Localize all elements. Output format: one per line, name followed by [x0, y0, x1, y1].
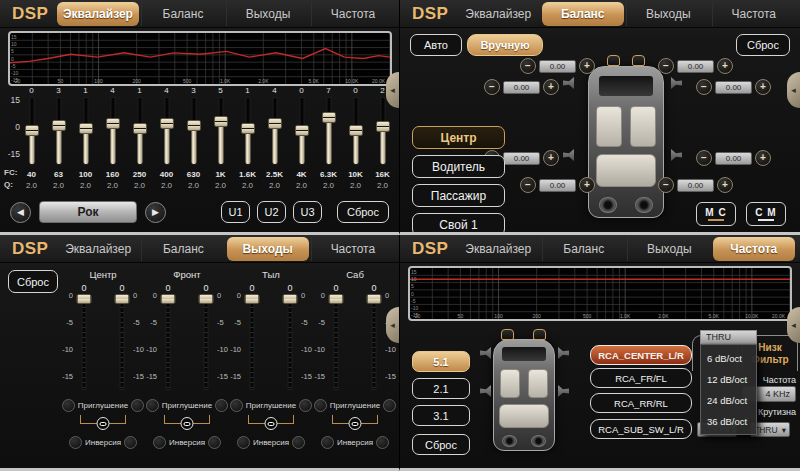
link-icon[interactable] — [181, 417, 194, 430]
invert-checkbox[interactable] — [69, 436, 82, 449]
preset-prev-button[interactable]: ◀ — [10, 202, 31, 223]
tab-equalizer[interactable]: Эквалайзер — [57, 2, 139, 26]
tab-frequency[interactable]: Частота — [713, 237, 796, 261]
mc-order-button[interactable]: M C — [696, 202, 736, 226]
invert-checkbox[interactable] — [292, 436, 305, 449]
slider-knob[interactable] — [106, 118, 120, 129]
rca-output-button[interactable]: RCA_FR/FL — [590, 368, 692, 388]
slider-knob[interactable] — [283, 294, 298, 304]
slider-knob[interactable] — [349, 125, 363, 136]
slider-knob[interactable] — [329, 294, 344, 304]
drawer-handle[interactable]: ◂ — [386, 72, 399, 108]
minus-button[interactable]: − — [658, 58, 674, 74]
slider-knob[interactable] — [77, 294, 92, 304]
channel-mode-3.1[interactable]: 3.1 — [412, 405, 470, 426]
slope-dropdown-selected[interactable]: THRU — [700, 330, 757, 344]
plus-button[interactable]: + — [755, 79, 771, 95]
slider-knob[interactable] — [133, 123, 147, 134]
reset-button[interactable]: Сброс — [412, 434, 470, 455]
output-level-slider[interactable]: 00-5-10-15 — [109, 283, 135, 395]
slope-option[interactable]: 24 dB/oct — [701, 390, 756, 411]
plus-button[interactable]: + — [717, 177, 733, 193]
mute-checkbox[interactable] — [230, 399, 243, 412]
mute-checkbox[interactable] — [62, 399, 75, 412]
plus-button[interactable]: + — [755, 150, 771, 166]
output-level-slider[interactable]: 00-5-10-15 — [71, 283, 97, 395]
reset-button[interactable]: Сброс — [8, 270, 58, 293]
eq-gain-slider[interactable] — [234, 98, 261, 164]
output-level-slider[interactable]: 00-5-10-15 — [193, 283, 219, 395]
link-icon[interactable] — [265, 417, 278, 430]
mute-checkbox[interactable] — [314, 399, 327, 412]
slope-option[interactable]: 36 dB/oct — [701, 411, 756, 432]
cm-order-button[interactable]: C M — [746, 202, 786, 226]
slider-knob[interactable] — [214, 116, 228, 127]
tab-balance[interactable]: Баланс — [542, 2, 625, 26]
plus-button[interactable]: + — [579, 58, 595, 74]
tab-equalizer[interactable]: Эквалайзер — [457, 237, 540, 261]
slider-knob[interactable] — [52, 120, 66, 131]
channel-mode-5.1[interactable]: 5.1 — [412, 351, 470, 372]
drawer-handle[interactable]: ◂ — [787, 307, 800, 343]
invert-checkbox[interactable] — [321, 436, 334, 449]
eq-gain-slider[interactable] — [126, 98, 153, 164]
reset-button[interactable]: Сброс — [736, 34, 790, 56]
minus-button[interactable]: − — [520, 58, 536, 74]
mute-checkbox[interactable] — [215, 399, 228, 412]
rca-output-button[interactable]: RCA_CENTER_L/R — [590, 345, 692, 365]
output-level-slider[interactable]: 00-5-10-15 — [155, 283, 181, 395]
invert-checkbox[interactable] — [376, 436, 389, 449]
slider-knob[interactable] — [161, 294, 176, 304]
tab-balance[interactable]: Баланс — [141, 237, 224, 261]
tab-outputs[interactable]: Выходы — [227, 237, 309, 261]
tab-frequency[interactable]: Частота — [311, 2, 394, 26]
minus-button[interactable]: − — [520, 177, 536, 193]
eq-gain-slider[interactable] — [207, 98, 234, 164]
output-level-slider[interactable]: 00-5-10-15 — [239, 283, 265, 395]
invert-checkbox[interactable] — [124, 436, 137, 449]
slider-knob[interactable] — [245, 294, 260, 304]
eq-gain-slider[interactable] — [315, 98, 342, 164]
tab-frequency[interactable]: Частота — [311, 237, 394, 261]
reset-button[interactable]: Сброс — [337, 201, 389, 223]
channel-mode-2.1[interactable]: 2.1 — [412, 378, 470, 399]
output-level-slider[interactable]: 00-5-10-15 — [323, 283, 349, 395]
tab-outputs[interactable]: Выходы — [226, 2, 309, 26]
plus-button[interactable]: + — [543, 79, 559, 95]
slider-knob[interactable] — [295, 125, 309, 136]
slider-knob[interactable] — [187, 120, 201, 131]
position-button-4[interactable]: Свой 1 — [412, 213, 505, 235]
plus-button[interactable]: + — [543, 150, 559, 166]
invert-checkbox[interactable] — [237, 436, 250, 449]
minus-button[interactable]: − — [696, 150, 712, 166]
slider-knob[interactable] — [367, 294, 382, 304]
tab-outputs[interactable]: Выходы — [626, 2, 710, 26]
memory-button-u1[interactable]: U1 — [221, 201, 250, 223]
drawer-handle[interactable]: ◂ — [787, 72, 800, 108]
minus-button[interactable]: − — [696, 79, 712, 95]
eq-gain-slider[interactable] — [99, 98, 126, 164]
eq-gain-slider[interactable] — [342, 98, 369, 164]
slider-knob[interactable] — [115, 294, 130, 304]
invert-checkbox[interactable] — [208, 436, 221, 449]
memory-button-u2[interactable]: U2 — [257, 201, 286, 223]
drawer-handle[interactable]: ◂ — [386, 307, 399, 343]
mute-checkbox[interactable] — [131, 399, 144, 412]
tab-outputs[interactable]: Выходы — [627, 237, 711, 261]
tab-balance[interactable]: Баланс — [141, 2, 224, 26]
mute-checkbox[interactable] — [383, 399, 396, 412]
slider-knob[interactable] — [199, 294, 214, 304]
slider-knob[interactable] — [79, 123, 93, 134]
eq-gain-slider[interactable] — [45, 98, 72, 164]
balance-auto-button[interactable]: Авто — [410, 34, 462, 56]
mute-checkbox[interactable] — [299, 399, 312, 412]
rca-output-button[interactable]: RCA_RR/RL — [590, 393, 692, 413]
tab-equalizer[interactable]: Эквалайзер — [57, 237, 139, 261]
eq-gain-slider[interactable] — [153, 98, 180, 164]
eq-gain-slider[interactable] — [18, 98, 45, 164]
slider-knob[interactable] — [25, 125, 39, 136]
slider-knob[interactable] — [268, 118, 282, 129]
eq-gain-slider[interactable] — [261, 98, 288, 164]
slider-knob[interactable] — [376, 121, 390, 132]
output-level-slider[interactable]: 00-5-10-15 — [277, 283, 303, 395]
